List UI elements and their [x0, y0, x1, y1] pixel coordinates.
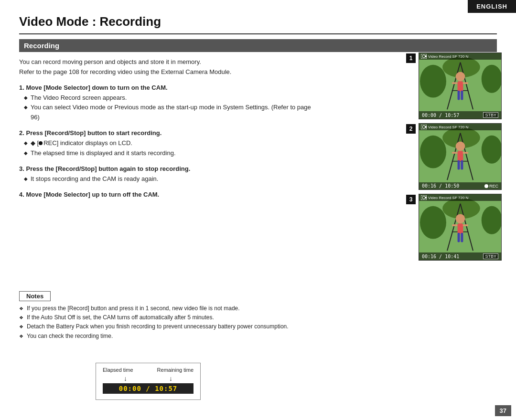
cam-2-bottom-bar: 00:16 / 10:50 REC — [419, 182, 501, 189]
step-4-title: 4. Move [Mode Selector] up to turn off t… — [19, 191, 320, 198]
step-circle-1: 1 — [406, 53, 416, 63]
step-1-bullets: The Video Record screen appears. You can… — [19, 93, 320, 123]
svg-point-17 — [420, 136, 446, 168]
remaining-label: Remaining time — [157, 367, 194, 373]
step-2-title: 2. Press [Record/Stop] button to start r… — [19, 129, 320, 136]
notes-label: Notes — [19, 291, 51, 301]
time-diagram: Elapsed time Remaining time ↓ ↓ 00:00 / … — [96, 363, 201, 400]
step-2: 2. Press [Record/Stop] button to start r… — [19, 129, 320, 158]
screenshots-panel: 1 — [406, 52, 502, 261]
cam-screen-2: Video Record SF 720 N 00:16 / 10:50 REC — [419, 123, 502, 190]
time-display: 00:00 / 10:57 — [103, 383, 194, 394]
note-item: If the Auto Shut Off is set, the CAM tur… — [19, 313, 325, 322]
cam-screen-3: Video Record SF 720 N 00:16 / 10:41 STBY — [419, 194, 502, 261]
svg-point-18 — [482, 136, 501, 164]
title-underline — [19, 33, 497, 34]
step-2-bullets: ◆ [ REC] indicator displays on LCD. The … — [19, 138, 320, 158]
cam-2-top-bar: Video Record SF 720 N — [419, 124, 501, 130]
svg-rect-47 — [425, 197, 427, 199]
cam-3-top-bar: Video Record SF 720 N — [419, 194, 501, 201]
bullet-item: The Video Record screen appears. — [24, 93, 320, 103]
cam-screen-1: Video Record SF 720 N 00:00 / 10:57 STBY — [419, 52, 502, 119]
cam-3-bottom-bar: 00:16 / 10:41 STBY — [419, 252, 501, 260]
bullet-item: You can select Video mode or Previous mo… — [24, 103, 320, 123]
bullet-item: It stops recording and the CAM is ready … — [24, 174, 320, 184]
section-header: Recording — [19, 39, 497, 52]
svg-rect-12 — [462, 82, 468, 84]
svg-point-46 — [422, 196, 425, 199]
svg-point-14 — [422, 55, 425, 58]
stby-badge-1: STBY — [483, 112, 498, 118]
svg-rect-24 — [458, 151, 463, 161]
cam-1-top-bar: Video Record SF 720 N — [419, 53, 501, 60]
notes-list: If you press the [Record] button and pre… — [19, 304, 325, 341]
note-item: You can check the recording time. — [19, 332, 325, 341]
step-3-title: 3. Press the [Record/Stop] button again … — [19, 165, 320, 172]
cam-1-bottom-bar: 00:00 / 10:57 STBY — [419, 111, 501, 119]
svg-point-1 — [420, 65, 446, 98]
svg-rect-40 — [458, 223, 463, 234]
svg-point-7 — [456, 72, 465, 82]
screenshot-3: 3 Video Record SF 720 N — [406, 194, 502, 261]
svg-rect-26 — [461, 160, 463, 170]
content-area: You can record moving person and objects… — [19, 57, 320, 205]
step-4: 4. Move [Mode Selector] up to turn off t… — [19, 191, 320, 198]
elapsed-label: Elapsed time — [103, 367, 133, 373]
svg-point-34 — [482, 206, 501, 234]
svg-rect-10 — [461, 91, 463, 100]
svg-rect-44 — [462, 224, 468, 226]
note-item: Detach the Battery Pack when you finish … — [19, 322, 325, 331]
svg-rect-15 — [425, 55, 427, 57]
svg-point-30 — [422, 126, 425, 128]
svg-point-39 — [456, 214, 465, 223]
svg-rect-43 — [452, 224, 458, 226]
svg-point-2 — [482, 65, 501, 93]
svg-rect-42 — [461, 233, 463, 242]
svg-rect-27 — [452, 152, 458, 154]
note-item: If you press the [Record] button and pre… — [19, 304, 325, 313]
rec-badge-2: REC — [484, 184, 498, 189]
screenshot-2: 2 Video Record SF 720 N — [406, 123, 502, 190]
time-diagram-arrows: ↓ ↓ — [103, 375, 194, 382]
intro-text: You can record moving person and objects… — [19, 57, 320, 77]
svg-rect-28 — [462, 152, 468, 154]
svg-point-33 — [420, 206, 446, 239]
step-3-bullets: It stops recording and the CAM is ready … — [19, 174, 320, 184]
screenshot-1: 1 — [406, 52, 502, 119]
stby-badge-3: STBY — [483, 253, 498, 259]
step-circle-2: 2 — [406, 124, 416, 134]
notes-section: Notes If you press the [Record] button a… — [19, 291, 325, 341]
bullet-item: ◆ [ REC] indicator displays on LCD. — [24, 138, 320, 148]
svg-rect-11 — [452, 82, 458, 84]
bullet-item: The elapsed time is displayed and it sta… — [24, 148, 320, 158]
time-diagram-labels: Elapsed time Remaining time — [103, 367, 194, 373]
language-badge: ENGLISH — [468, 0, 516, 13]
svg-rect-25 — [458, 160, 460, 170]
svg-rect-31 — [425, 126, 427, 128]
step-circle-3: 3 — [406, 195, 416, 204]
page-title: Video Mode : Recording — [19, 14, 161, 29]
svg-rect-9 — [458, 91, 460, 100]
step-3: 3. Press the [Record/Stop] button again … — [19, 165, 320, 184]
page-number: 37 — [495, 405, 511, 416]
svg-rect-8 — [458, 81, 463, 92]
step-1-title: 1. Move [Mode Selector] down to turn on … — [19, 84, 320, 91]
svg-rect-41 — [458, 233, 460, 242]
step-1: 1. Move [Mode Selector] down to turn on … — [19, 84, 320, 123]
svg-point-23 — [456, 142, 465, 151]
